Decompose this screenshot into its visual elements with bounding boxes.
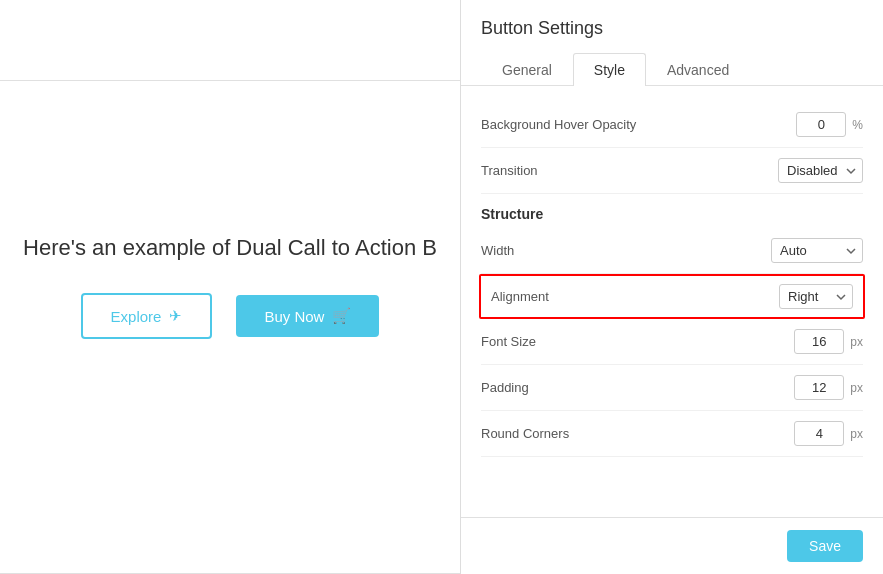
bg-hover-opacity-input[interactable] xyxy=(796,112,846,137)
transition-control: Disabled Linear Ease xyxy=(778,158,863,183)
bg-hover-opacity-row: Background Hover Opacity % xyxy=(481,102,863,148)
tabs: General Style Advanced xyxy=(481,53,863,85)
settings-header: Button Settings General Style Advanced xyxy=(461,0,883,86)
padding-unit: px xyxy=(850,381,863,395)
font-size-control: px xyxy=(794,329,863,354)
buynow-button[interactable]: Buy Now 🛒 xyxy=(236,295,379,337)
alignment-label: Alignment xyxy=(491,289,549,304)
preview-area: Here's an example of Dual Call to Action… xyxy=(0,0,460,574)
bg-hover-opacity-label: Background Hover Opacity xyxy=(481,117,636,132)
font-size-input[interactable] xyxy=(794,329,844,354)
round-corners-control: px xyxy=(794,421,863,446)
settings-panel: Button Settings General Style Advanced B… xyxy=(460,0,883,574)
buynow-label: Buy Now xyxy=(264,308,324,325)
settings-content: Background Hover Opacity % Transition Di… xyxy=(461,86,883,517)
alignment-control: Left Center Right xyxy=(779,284,853,309)
tab-general[interactable]: General xyxy=(481,53,573,86)
round-corners-label: Round Corners xyxy=(481,426,569,441)
tab-advanced[interactable]: Advanced xyxy=(646,53,750,86)
transition-label: Transition xyxy=(481,163,538,178)
width-select[interactable]: Auto Full Width Custom xyxy=(771,238,863,263)
padding-label: Padding xyxy=(481,380,529,395)
preview-title: Here's an example of Dual Call to Action… xyxy=(3,235,457,261)
font-size-label: Font Size xyxy=(481,334,536,349)
round-corners-unit: px xyxy=(850,427,863,441)
preview-buttons: Explore ✈ Buy Now 🛒 xyxy=(81,293,380,339)
width-row: Width Auto Full Width Custom xyxy=(481,228,863,274)
bg-hover-opacity-control: % xyxy=(796,112,863,137)
width-label: Width xyxy=(481,243,514,258)
cart-icon: 🛒 xyxy=(332,307,351,325)
settings-footer: Save xyxy=(461,517,883,574)
alignment-row: Alignment Left Center Right xyxy=(479,274,865,319)
width-control: Auto Full Width Custom xyxy=(771,238,863,263)
explore-label: Explore xyxy=(111,308,162,325)
explore-button[interactable]: Explore ✈ xyxy=(81,293,213,339)
round-corners-input[interactable] xyxy=(794,421,844,446)
font-size-unit: px xyxy=(850,335,863,349)
font-size-row: Font Size px xyxy=(481,319,863,365)
alignment-select[interactable]: Left Center Right xyxy=(779,284,853,309)
transition-select[interactable]: Disabled Linear Ease xyxy=(778,158,863,183)
padding-input[interactable] xyxy=(794,375,844,400)
settings-title: Button Settings xyxy=(481,18,863,39)
transition-row: Transition Disabled Linear Ease xyxy=(481,148,863,194)
save-button[interactable]: Save xyxy=(787,530,863,562)
padding-control: px xyxy=(794,375,863,400)
paper-plane-icon: ✈ xyxy=(169,307,182,325)
bg-hover-opacity-unit: % xyxy=(852,118,863,132)
tab-style[interactable]: Style xyxy=(573,53,646,86)
round-corners-row: Round Corners px xyxy=(481,411,863,457)
structure-section-title: Structure xyxy=(481,194,863,228)
padding-row: Padding px xyxy=(481,365,863,411)
